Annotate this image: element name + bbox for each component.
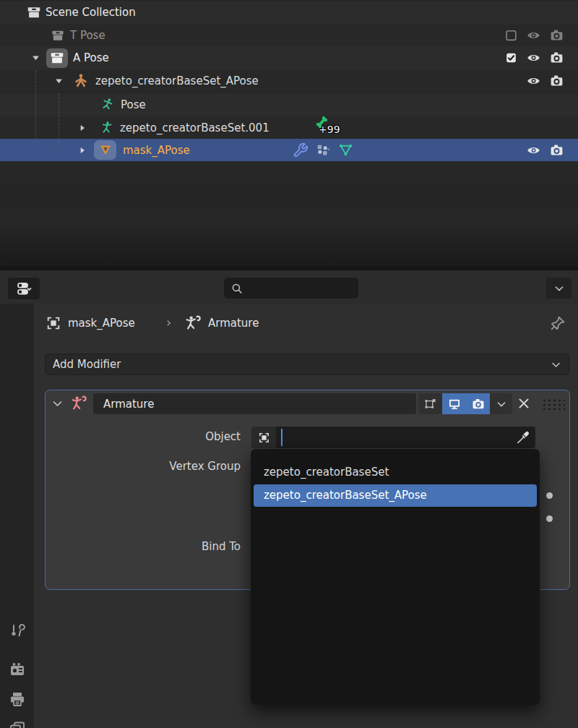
decorator-dot[interactable]: [546, 515, 553, 522]
chevron-down-icon: [496, 398, 507, 410]
outliner-empty-row: [0, 184, 578, 207]
exclude-checkbox-unchecked[interactable]: [504, 29, 518, 43]
properties-header: [0, 270, 578, 304]
chevron-down-icon: [551, 359, 561, 370]
tool-icon: [9, 622, 26, 639]
row-label: zepeto_creatorBaseSet_APose: [95, 74, 259, 87]
mesh-data-icon: [337, 142, 354, 158]
row-label: A Pose: [73, 51, 109, 64]
close-icon: [516, 395, 532, 411]
dropdown-item-selected[interactable]: zepeto_creatorBaseSet_APose: [254, 484, 537, 507]
blender-window: Scene Collection T Pose: [0, 0, 578, 728]
object-field-label: Object: [89, 430, 241, 443]
collection-icon: [49, 50, 65, 66]
add-modifier-label: Add Modifier: [53, 358, 121, 371]
text-cursor: [281, 429, 282, 446]
disclosure-expanded-icon[interactable]: [30, 53, 41, 64]
breadcrumb-modifier-name[interactable]: Armature: [208, 317, 259, 330]
vertex-group-field-label: Vertex Group: [89, 460, 241, 473]
disable-render-camera-icon[interactable]: [549, 74, 564, 89]
row-label: mask_APose: [123, 144, 190, 157]
row-label: T Pose: [70, 29, 105, 42]
hierarchy-line: [35, 70, 36, 150]
render-camera-icon: [9, 661, 26, 678]
row-label: Pose: [121, 98, 146, 111]
mesh-object-icon: [98, 142, 113, 158]
object-data-icon: [251, 427, 276, 448]
dropdown-item[interactable]: zepeto_creatorBaseSet: [254, 461, 537, 484]
drag-handle[interactable]: [541, 398, 565, 410]
panel-expand-icon[interactable]: [51, 398, 64, 410]
disclosure-expanded-icon[interactable]: [53, 76, 64, 87]
breadcrumb-separator: ›: [166, 314, 171, 330]
outliner-row-scene-collection[interactable]: Scene Collection: [0, 1, 578, 24]
collection-icon: [51, 28, 65, 43]
properties-editor-icon: [15, 280, 33, 297]
properties-tab-rail: [0, 304, 34, 728]
modifier-name-field[interactable]: [93, 393, 416, 414]
render-toggle[interactable]: [466, 393, 490, 414]
outliner-empty-row: [0, 207, 578, 231]
outliner-row-a-pose[interactable]: A Pose: [0, 46, 578, 69]
outliner-empty-row: [0, 161, 578, 184]
disclosure-collapsed-icon[interactable]: [77, 145, 87, 155]
pose-icon: [100, 97, 116, 113]
armature-object-icon: [72, 72, 90, 90]
pin-icon[interactable]: [548, 314, 566, 333]
armature-modifier-icon: [69, 393, 89, 413]
outliner-row-armature-001[interactable]: zepeto_creatorBaseSet.001: [0, 116, 578, 140]
row-label: Scene Collection: [46, 6, 136, 19]
decorator-dot[interactable]: [546, 492, 553, 499]
delete-modifier-button[interactable]: [516, 395, 532, 411]
hierarchy-line: [59, 93, 59, 150]
edit-mode-toggle[interactable]: [418, 393, 442, 414]
chevron-down-icon: [553, 283, 565, 294]
vertex-group-icon: [315, 142, 331, 158]
editor-type-button[interactable]: [8, 278, 40, 299]
outliner-empty-row: [0, 254, 578, 267]
search-input[interactable]: [224, 278, 358, 299]
bind-to-field-label: Bind To: [89, 540, 241, 553]
object-data-icon: [46, 315, 61, 331]
tab-tool[interactable]: [0, 616, 34, 645]
tab-render[interactable]: [0, 655, 34, 684]
disable-render-camera-icon[interactable]: [549, 28, 564, 43]
outliner-row-armature-object[interactable]: zepeto_creatorBaseSet_APose: [0, 69, 578, 93]
exclude-checkbox-checked[interactable]: [504, 51, 518, 65]
show-in-viewport-toggle[interactable]: [442, 393, 466, 414]
armature-modifier-icon: [184, 313, 203, 333]
edit-mode-icon: [423, 397, 437, 411]
modifier-extras-dropdown[interactable]: [490, 393, 512, 414]
object-search-field[interactable]: [251, 427, 535, 448]
object-search-dropdown: zepeto_creatorBaseSet zepeto_creatorBase…: [251, 449, 540, 705]
breadcrumb-object-name[interactable]: mask_APose: [68, 317, 135, 330]
add-modifier-button[interactable]: Add Modifier: [45, 354, 569, 375]
header-collapse-menu-button[interactable]: [546, 278, 571, 299]
modifier-wrench-icon: [293, 142, 309, 158]
outliner-panel: Scene Collection T Pose: [0, 0, 578, 269]
armature-data-icon: [99, 120, 115, 136]
drag-count-badge: +99: [319, 124, 340, 135]
collection-icon: [26, 4, 42, 20]
disable-render-camera-icon[interactable]: [549, 142, 564, 158]
disable-render-camera-icon[interactable]: [549, 51, 564, 66]
hide-eye-icon[interactable]: [526, 28, 541, 43]
outliner-row-mask-apose-selected[interactable]: mask_APose: [0, 139, 578, 161]
outliner-empty-row: [0, 231, 578, 254]
camera-icon: [471, 397, 486, 411]
monitor-icon: [447, 397, 462, 411]
eyedropper-icon[interactable]: [516, 431, 535, 445]
tab-output[interactable]: [0, 685, 34, 714]
outliner-row-t-pose[interactable]: T Pose: [0, 24, 578, 47]
tab-view-layer[interactable]: [0, 714, 34, 728]
printer-icon: [9, 690, 26, 708]
hide-eye-icon[interactable]: [526, 51, 541, 66]
outliner-row-pose[interactable]: Pose: [0, 93, 578, 116]
disclosure-collapsed-icon[interactable]: [77, 123, 87, 133]
images-stack-icon: [9, 720, 26, 728]
hide-eye-icon[interactable]: [526, 74, 541, 89]
search-icon: [230, 282, 243, 295]
row-label: zepeto_creatorBaseSet.001: [120, 121, 269, 134]
hide-eye-icon[interactable]: [526, 142, 541, 158]
